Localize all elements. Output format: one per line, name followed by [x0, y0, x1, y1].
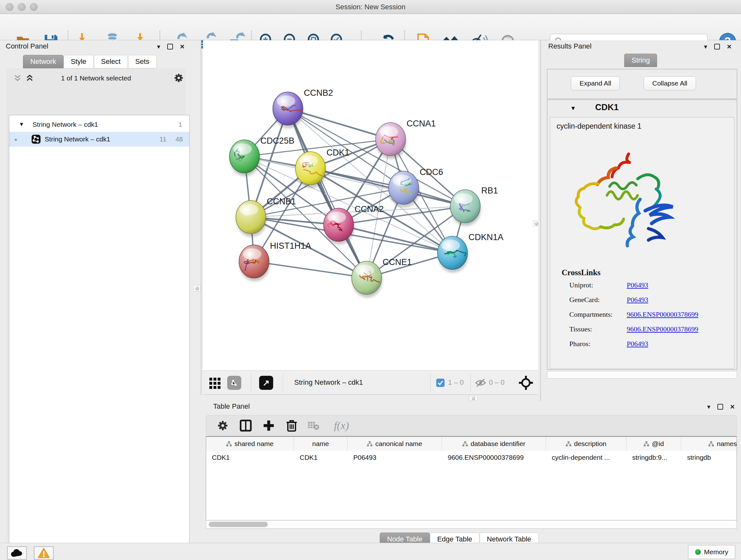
horizontal-divider-handle[interactable] — [469, 396, 477, 400]
network-canvas[interactable]: CCNB2CCNA1CDC25BCDK1CDC6RB1CCNB1CCNA2CDK… — [203, 40, 538, 370]
column-header-namespace[interactable]: namespace — [681, 437, 737, 451]
function-builder-icon[interactable]: f(x) — [329, 418, 354, 433]
column-header-canonical-name[interactable]: canonical name — [347, 437, 442, 451]
float-panel-icon[interactable] — [714, 44, 720, 50]
birds-eye-grid-icon[interactable] — [209, 376, 222, 390]
node-CCNA2[interactable] — [324, 208, 354, 245]
node-CCNA1[interactable] — [376, 123, 406, 159]
table-cell[interactable]: CDK1 — [294, 451, 347, 465]
crosslink-link[interactable]: P06493 — [627, 340, 648, 348]
crosslink-link[interactable]: P06493 — [627, 281, 648, 289]
node-RB1[interactable] — [450, 190, 481, 226]
table-options-gear-icon[interactable] — [215, 418, 230, 433]
create-column-plus-icon[interactable] — [261, 418, 276, 433]
node-label-CCNB2: CCNB2 — [304, 88, 333, 98]
delete-column-trash-icon[interactable] — [284, 418, 299, 433]
node-CCNE1[interactable] — [352, 261, 382, 298]
node-label-CDC25B: CDC25B — [260, 136, 294, 145]
crosslink-label: Uniprot: — [569, 281, 593, 289]
column-header-name[interactable]: name — [294, 437, 347, 451]
table-cell[interactable]: CDK1 — [206, 451, 294, 465]
delete-table-icon[interactable] — [306, 418, 321, 433]
node-HIST1H1A[interactable] — [239, 245, 270, 281]
gene-result-card: ▼ CDK1 cyclin-dependent kinase 1 — [547, 100, 737, 370]
node-CCNB1[interactable] — [236, 200, 266, 237]
panel-menu-icon[interactable]: ▾ — [707, 403, 711, 410]
memory-button[interactable]: Memory — [688, 545, 735, 559]
tab-network[interactable]: Network — [23, 55, 64, 68]
table-cell[interactable]: stringdb:9... — [626, 451, 681, 465]
crosslink-link[interactable]: 9606.ENSP00000378699 — [627, 325, 698, 333]
node-CCNB2[interactable] — [273, 92, 304, 128]
crosslink-value: P06493 — [627, 340, 648, 348]
tab-string[interactable]: String — [624, 54, 657, 67]
node-CDC6[interactable] — [389, 171, 419, 207]
panel-divider[interactable] — [540, 40, 541, 401]
cloud-icon — [10, 549, 23, 557]
control-panel-title: Control Panel — [6, 42, 48, 51]
network-view-title: String Network – cdk1 — [294, 378, 363, 387]
divider-collapse-handle[interactable] — [533, 220, 540, 227]
float-panel-icon[interactable] — [718, 404, 723, 410]
gene-expander-icon[interactable]: ▼ — [570, 105, 576, 112]
scrollbar-thumb[interactable] — [209, 522, 268, 527]
show-columns-icon[interactable] — [238, 418, 253, 433]
collapse-all-button[interactable]: Collapse All — [644, 76, 696, 90]
application-window: Session: New Session — [0, 0, 741, 560]
collection-expander-icon[interactable]: ▼ — [19, 121, 24, 128]
warnings-button[interactable] — [34, 546, 54, 560]
table-cell[interactable]: stringdb — [681, 451, 737, 465]
table-cell[interactable]: cyclin-dependent ... — [546, 451, 626, 465]
gene-symbol: CDK1 — [595, 103, 619, 112]
selected-checkbox-icon[interactable] — [436, 378, 445, 387]
column-type-icon — [566, 441, 571, 447]
crosslink-value: 9606.ENSP00000378699 — [627, 310, 698, 319]
close-panel-icon[interactable]: × — [730, 403, 735, 411]
table-panel: Table Panel ▾ × f(x) — [201, 401, 741, 542]
divider-collapse-handle[interactable] — [193, 285, 200, 292]
column-header-shared-name[interactable]: shared name — [206, 437, 294, 451]
fit-selection-crosshair-icon[interactable] — [518, 375, 534, 390]
open-in-new-window-icon[interactable]: ↗ — [259, 376, 273, 390]
panel-menu-icon[interactable]: ▾ — [704, 44, 707, 50]
node-table: shared namenamecanonical namedatabase id… — [206, 436, 737, 520]
node-label-HIST1H1A: HIST1H1A — [270, 241, 311, 251]
edge-CCNB2-CCNE1[interactable] — [288, 109, 367, 278]
share-network-icon[interactable] — [227, 376, 241, 390]
tab-style[interactable]: Style — [64, 55, 94, 68]
tab-sets[interactable]: Sets — [128, 55, 157, 68]
panel-divider[interactable] — [201, 40, 201, 395]
node-label-CCNE1: CCNE1 — [383, 257, 412, 267]
protein-structure-image — [565, 148, 686, 260]
table-cell[interactable]: P06493 — [347, 451, 442, 465]
close-panel-icon[interactable]: × — [727, 43, 731, 51]
column-type-icon — [226, 441, 232, 447]
crosslink-value: P06493 — [627, 281, 648, 289]
panel-menu-icon[interactable]: ▾ — [157, 44, 160, 50]
network-row-selected[interactable]: ● String Network – cdk1 11 48 — [9, 132, 189, 146]
hidden-eye-icon[interactable] — [475, 378, 486, 388]
table-cell[interactable]: 9606.ENSP00000378699 — [442, 451, 546, 465]
tab-select[interactable]: Select — [94, 55, 128, 68]
crosslink-link[interactable]: P06493 — [627, 296, 648, 304]
close-panel-icon[interactable]: × — [180, 43, 185, 51]
node-label-CDC6: CDC6 — [420, 167, 443, 177]
column-header-@id[interactable]: @id — [626, 437, 681, 451]
column-header-description[interactable]: description — [546, 437, 626, 451]
column-header-database-identifier[interactable]: database identifier — [442, 437, 546, 451]
crosslink-label: Tissues: — [569, 325, 592, 333]
network-collection-row[interactable]: ▼ String Network – cdk1 1 — [9, 117, 189, 132]
cloud-status-button[interactable] — [7, 546, 27, 560]
results-panel: Results Panel ▾ × String Expand All Coll… — [542, 40, 741, 401]
crosslink-link[interactable]: 9606.ENSP00000378699 — [627, 310, 698, 318]
results-scrollbar[interactable] — [547, 371, 737, 379]
node-CDC25B[interactable] — [229, 140, 260, 176]
node-CDK1[interactable] — [295, 152, 326, 188]
float-panel-icon[interactable] — [167, 44, 173, 50]
hidden-node-edge-counts: 0 – 0 — [489, 378, 504, 387]
edge-CCNA2-CDKN1A[interactable] — [339, 225, 453, 253]
node-CDKN1A[interactable] — [437, 236, 468, 273]
table-horizontal-scrollbar[interactable] — [206, 520, 737, 529]
network-options-gear-icon[interactable] — [174, 73, 184, 83]
expand-all-button[interactable]: Expand All — [571, 76, 620, 90]
